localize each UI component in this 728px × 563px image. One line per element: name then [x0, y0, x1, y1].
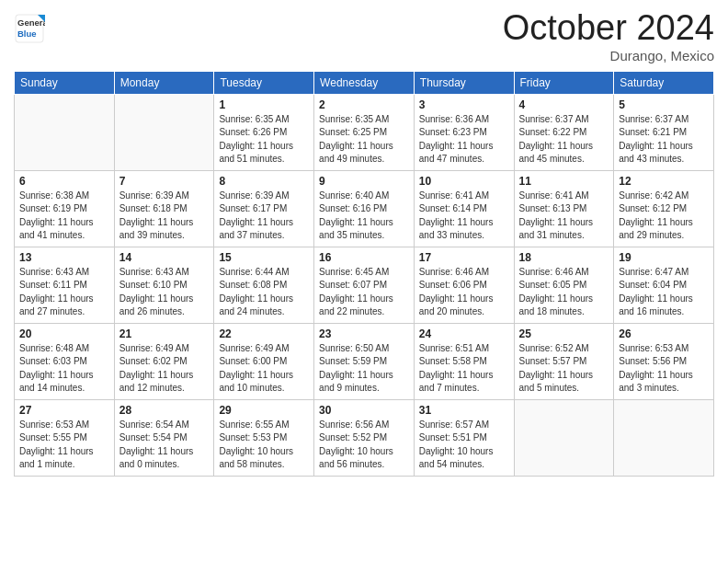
day-info: Sunrise: 6:47 AM Sunset: 6:04 PM Dayligh… [619, 266, 709, 319]
day-number: 4 [519, 98, 609, 111]
calendar-cell-w5-d4: 31Sunrise: 6:57 AM Sunset: 5:51 PM Dayli… [414, 399, 514, 476]
calendar-cell-w2-d0: 6Sunrise: 6:38 AM Sunset: 6:19 PM Daylig… [15, 170, 115, 247]
calendar-cell-w3-d0: 13Sunrise: 6:43 AM Sunset: 6:11 PM Dayli… [15, 247, 115, 323]
day-number: 14 [119, 251, 210, 264]
calendar-cell-w4-d1: 21Sunrise: 6:49 AM Sunset: 6:02 PM Dayli… [114, 323, 214, 399]
day-number: 22 [219, 327, 309, 340]
calendar-cell-w1-d2: 1Sunrise: 6:35 AM Sunset: 6:26 PM Daylig… [214, 94, 314, 170]
day-number: 11 [519, 175, 609, 188]
month-title: October 2024 [503, 9, 714, 48]
calendar-cell-w4-d5: 25Sunrise: 6:52 AM Sunset: 5:57 PM Dayli… [514, 323, 614, 399]
calendar-cell-w1-d1 [114, 94, 214, 170]
calendar-cell-w5-d1: 28Sunrise: 6:54 AM Sunset: 5:54 PM Dayli… [114, 399, 214, 476]
calendar-cell-w5-d2: 29Sunrise: 6:55 AM Sunset: 5:53 PM Dayli… [214, 399, 314, 476]
day-number: 18 [519, 251, 609, 264]
day-number: 1 [219, 98, 309, 111]
day-number: 3 [419, 98, 509, 111]
week-row-3: 13Sunrise: 6:43 AM Sunset: 6:11 PM Dayli… [15, 247, 714, 323]
day-info: Sunrise: 6:46 AM Sunset: 6:06 PM Dayligh… [419, 266, 509, 319]
svg-text:General: General [17, 17, 45, 28]
day-info: Sunrise: 6:51 AM Sunset: 5:58 PM Dayligh… [419, 342, 509, 396]
calendar-cell-w5-d5 [514, 399, 614, 476]
day-info: Sunrise: 6:40 AM Sunset: 6:16 PM Dayligh… [319, 190, 409, 243]
header-friday: Friday [514, 71, 614, 94]
calendar-cell-w3-d3: 16Sunrise: 6:45 AM Sunset: 6:07 PM Dayli… [314, 247, 415, 323]
day-info: Sunrise: 6:57 AM Sunset: 5:51 PM Dayligh… [419, 419, 509, 472]
calendar-cell-w3-d4: 17Sunrise: 6:46 AM Sunset: 6:06 PM Dayli… [414, 247, 514, 323]
day-number: 20 [19, 327, 109, 340]
day-number: 7 [119, 175, 210, 188]
day-info: Sunrise: 6:49 AM Sunset: 6:00 PM Dayligh… [219, 342, 309, 396]
calendar-cell-w3-d6: 19Sunrise: 6:47 AM Sunset: 6:04 PM Dayli… [614, 247, 714, 323]
location-subtitle: Durango, Mexico [503, 48, 714, 63]
calendar-cell-w5-d0: 27Sunrise: 6:53 AM Sunset: 5:55 PM Dayli… [15, 399, 115, 476]
day-info: Sunrise: 6:48 AM Sunset: 6:03 PM Dayligh… [19, 342, 109, 396]
calendar-cell-w2-d3: 9Sunrise: 6:40 AM Sunset: 6:16 PM Daylig… [314, 170, 415, 247]
calendar-cell-w4-d3: 23Sunrise: 6:50 AM Sunset: 5:59 PM Dayli… [314, 323, 415, 399]
day-info: Sunrise: 6:41 AM Sunset: 6:13 PM Dayligh… [519, 190, 609, 243]
header-thursday: Thursday [414, 71, 514, 94]
day-number: 5 [619, 98, 709, 111]
day-info: Sunrise: 6:41 AM Sunset: 6:14 PM Dayligh… [419, 190, 509, 243]
day-info: Sunrise: 6:44 AM Sunset: 6:08 PM Dayligh… [219, 266, 309, 319]
day-info: Sunrise: 6:53 AM Sunset: 5:56 PM Dayligh… [619, 342, 709, 396]
page-header: General Blue October 2024 Durango, Mexic… [14, 9, 714, 63]
calendar-cell-w1-d5: 4Sunrise: 6:37 AM Sunset: 6:22 PM Daylig… [514, 94, 614, 170]
day-info: Sunrise: 6:45 AM Sunset: 6:07 PM Dayligh… [319, 266, 409, 319]
weekday-header-row: Sunday Monday Tuesday Wednesday Thursday… [15, 71, 714, 94]
header-sunday: Sunday [15, 71, 115, 94]
calendar-cell-w1-d6: 5Sunrise: 6:37 AM Sunset: 6:21 PM Daylig… [614, 94, 714, 170]
calendar-cell-w5-d3: 30Sunrise: 6:56 AM Sunset: 5:52 PM Dayli… [314, 399, 415, 476]
week-row-4: 20Sunrise: 6:48 AM Sunset: 6:03 PM Dayli… [15, 323, 714, 399]
calendar-cell-w4-d6: 26Sunrise: 6:53 AM Sunset: 5:56 PM Dayli… [614, 323, 714, 399]
day-number: 29 [219, 404, 309, 417]
day-info: Sunrise: 6:39 AM Sunset: 6:17 PM Dayligh… [219, 190, 309, 243]
calendar-cell-w5-d6 [614, 399, 714, 476]
header-saturday: Saturday [614, 71, 714, 94]
calendar-cell-w2-d5: 11Sunrise: 6:41 AM Sunset: 6:13 PM Dayli… [514, 170, 614, 247]
day-number: 17 [419, 251, 509, 264]
day-info: Sunrise: 6:55 AM Sunset: 5:53 PM Dayligh… [219, 419, 309, 472]
svg-text:Blue: Blue [17, 29, 37, 39]
day-number: 12 [619, 175, 709, 188]
calendar-cell-w4-d2: 22Sunrise: 6:49 AM Sunset: 6:00 PM Dayli… [214, 323, 314, 399]
day-info: Sunrise: 6:37 AM Sunset: 6:21 PM Dayligh… [619, 113, 709, 167]
day-number: 10 [419, 175, 509, 188]
day-number: 15 [219, 251, 309, 264]
day-info: Sunrise: 6:54 AM Sunset: 5:54 PM Dayligh… [119, 419, 210, 472]
day-info: Sunrise: 6:56 AM Sunset: 5:52 PM Dayligh… [319, 419, 409, 472]
header-wednesday: Wednesday [314, 71, 415, 94]
week-row-5: 27Sunrise: 6:53 AM Sunset: 5:55 PM Dayli… [15, 399, 714, 476]
day-info: Sunrise: 6:37 AM Sunset: 6:22 PM Dayligh… [519, 113, 609, 167]
day-info: Sunrise: 6:52 AM Sunset: 5:57 PM Dayligh… [519, 342, 609, 396]
calendar-cell-w1-d0 [15, 94, 115, 170]
day-number: 21 [119, 327, 210, 340]
day-number: 6 [19, 175, 109, 188]
calendar-cell-w3-d5: 18Sunrise: 6:46 AM Sunset: 6:05 PM Dayli… [514, 247, 614, 323]
week-row-2: 6Sunrise: 6:38 AM Sunset: 6:19 PM Daylig… [15, 170, 714, 247]
day-info: Sunrise: 6:53 AM Sunset: 5:55 PM Dayligh… [19, 419, 109, 472]
calendar-cell-w2-d1: 7Sunrise: 6:39 AM Sunset: 6:18 PM Daylig… [114, 170, 214, 247]
day-number: 19 [619, 251, 709, 264]
calendar-cell-w2-d2: 8Sunrise: 6:39 AM Sunset: 6:17 PM Daylig… [214, 170, 314, 247]
day-info: Sunrise: 6:46 AM Sunset: 6:05 PM Dayligh… [519, 266, 609, 319]
calendar-cell-w2-d6: 12Sunrise: 6:42 AM Sunset: 6:12 PM Dayli… [614, 170, 714, 247]
day-number: 27 [19, 404, 109, 417]
day-number: 24 [419, 327, 509, 340]
day-info: Sunrise: 6:39 AM Sunset: 6:18 PM Dayligh… [119, 190, 210, 243]
week-row-1: 1Sunrise: 6:35 AM Sunset: 6:26 PM Daylig… [15, 94, 714, 170]
day-info: Sunrise: 6:50 AM Sunset: 5:59 PM Dayligh… [319, 342, 409, 396]
calendar-cell-w1-d3: 2Sunrise: 6:35 AM Sunset: 6:25 PM Daylig… [314, 94, 415, 170]
day-number: 2 [319, 98, 409, 111]
title-block: October 2024 Durango, Mexico [503, 9, 714, 63]
logo-graphic: General Blue [14, 13, 45, 44]
day-number: 8 [219, 175, 309, 188]
day-info: Sunrise: 6:35 AM Sunset: 6:25 PM Dayligh… [319, 113, 409, 167]
day-number: 30 [319, 404, 409, 417]
calendar-cell-w3-d2: 15Sunrise: 6:44 AM Sunset: 6:08 PM Dayli… [214, 247, 314, 323]
day-number: 9 [319, 175, 409, 188]
calendar-table: Sunday Monday Tuesday Wednesday Thursday… [14, 71, 714, 477]
day-info: Sunrise: 6:42 AM Sunset: 6:12 PM Dayligh… [619, 190, 709, 243]
calendar-cell-w2-d4: 10Sunrise: 6:41 AM Sunset: 6:14 PM Dayli… [414, 170, 514, 247]
day-info: Sunrise: 6:43 AM Sunset: 6:11 PM Dayligh… [19, 266, 109, 319]
